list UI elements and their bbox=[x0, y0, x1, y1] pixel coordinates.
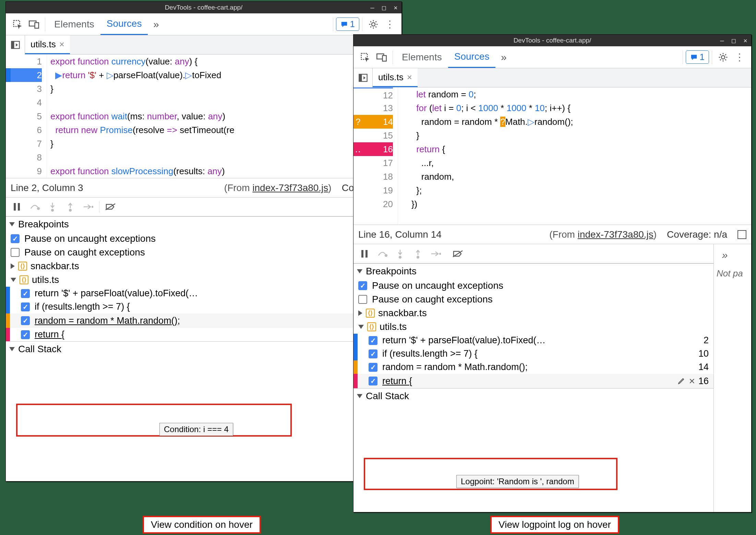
checkbox-icon[interactable]: ✓ bbox=[358, 281, 367, 290]
call-stack-panel: Call Stack bbox=[6, 341, 401, 357]
step-over-icon bbox=[373, 245, 391, 263]
device-toggle-icon[interactable] bbox=[373, 49, 390, 66]
inspect-icon[interactable] bbox=[357, 49, 373, 66]
bp-row[interactable]: ✓random = random * Math.random();14 bbox=[353, 360, 713, 374]
device-toggle-icon[interactable] bbox=[26, 16, 42, 33]
code-editor[interactable]: 1 2 3 4 5 6 7 8 9 export function curren… bbox=[6, 55, 401, 178]
close-tab-icon[interactable]: × bbox=[407, 72, 412, 83]
pause-caught-row[interactable]: Pause on caught exceptions bbox=[353, 293, 713, 306]
bp-row[interactable]: ✓if (results.length >= 7) {10 bbox=[6, 300, 401, 313]
minimize-button[interactable]: — bbox=[716, 35, 728, 46]
bp-file-utils[interactable]: ⟨⟩utils.ts bbox=[353, 320, 713, 334]
pause-caught-row[interactable]: Pause on caught exceptions bbox=[6, 246, 401, 259]
svg-rect-7 bbox=[18, 203, 20, 211]
checkbox-icon[interactable] bbox=[11, 248, 20, 257]
tab-elements[interactable]: Elements bbox=[396, 46, 448, 68]
remove-icon[interactable]: × bbox=[689, 375, 695, 387]
tab-sources[interactable]: Sources bbox=[100, 13, 148, 35]
call-stack-header[interactable]: Call Stack bbox=[353, 389, 713, 404]
step-icon bbox=[427, 245, 445, 263]
close-button[interactable]: × bbox=[740, 35, 751, 46]
inspect-icon[interactable] bbox=[9, 16, 26, 33]
checkbox-icon[interactable]: ✓ bbox=[369, 349, 377, 358]
bp-row[interactable]: ✓if (results.length >= 7) {10 bbox=[353, 347, 713, 360]
tab-sources[interactable]: Sources bbox=[448, 46, 496, 68]
checkbox-icon[interactable]: ✓ bbox=[369, 363, 377, 372]
deactivate-breakpoints-icon[interactable] bbox=[101, 198, 119, 216]
maximize-button[interactable]: □ bbox=[378, 2, 390, 13]
svg-rect-5 bbox=[11, 41, 14, 48]
editor-statusbar: Line 16, Column 14 (From index-73f73a80.… bbox=[353, 225, 751, 244]
maximize-button[interactable]: □ bbox=[728, 35, 740, 46]
call-stack-header[interactable]: Call Stack bbox=[6, 342, 401, 357]
step-out-icon bbox=[61, 198, 79, 216]
settings-icon[interactable] bbox=[715, 49, 731, 66]
pause-icon[interactable] bbox=[8, 198, 26, 216]
pause-icon[interactable] bbox=[356, 245, 373, 263]
tooltip: Condition: i === 4 bbox=[159, 423, 233, 436]
pane-overflow-icon[interactable]: » bbox=[717, 247, 733, 263]
breakpoints-header[interactable]: Breakpoints bbox=[6, 217, 401, 232]
svg-rect-6 bbox=[14, 203, 16, 211]
titlebar: DevTools - coffee-cart.app/ — □ × bbox=[353, 35, 751, 46]
kebab-menu-icon[interactable]: ⋮ bbox=[731, 49, 748, 66]
minimize-button[interactable]: — bbox=[367, 2, 378, 13]
close-tab-icon[interactable]: × bbox=[59, 39, 64, 50]
file-tabbar: utils.ts× bbox=[353, 68, 751, 87]
svg-point-8 bbox=[37, 207, 40, 210]
checkbox-icon[interactable]: ✓ bbox=[369, 377, 377, 385]
coverage-toggle-icon[interactable] bbox=[737, 230, 746, 239]
checkbox-icon[interactable]: ✓ bbox=[21, 330, 30, 339]
svg-rect-20 bbox=[365, 250, 368, 258]
devtools-window-1: DevTools - coffee-cart.app/ — □ × Elemen… bbox=[5, 1, 402, 482]
tab-elements[interactable]: Elements bbox=[48, 13, 100, 35]
cursor-position: Line 2, Column 3 bbox=[11, 182, 83, 193]
pause-uncaught-row[interactable]: ✓Pause on uncaught exceptions bbox=[6, 232, 401, 246]
call-stack-panel: Call Stack bbox=[353, 388, 713, 404]
messages-badge[interactable]: 1 bbox=[686, 50, 709, 64]
deactivate-breakpoints-icon[interactable] bbox=[449, 245, 467, 263]
bp-file-utils[interactable]: ⟨⟩utils.ts bbox=[6, 273, 401, 287]
code-area[interactable]: export function currency(value: any) { ▶… bbox=[47, 55, 235, 178]
checkbox-icon[interactable]: ✓ bbox=[369, 336, 377, 345]
file-tab-utils[interactable]: utils.ts × bbox=[25, 35, 70, 54]
bp-row[interactable]: ✓return '$' + parseFloat(value).toFixed(… bbox=[6, 287, 401, 300]
svg-point-23 bbox=[417, 256, 419, 259]
navigator-toggle-icon[interactable] bbox=[6, 35, 25, 55]
bp-file-snackbar[interactable]: ⟨⟩snackbar.ts bbox=[353, 306, 713, 320]
code-area[interactable]: let random = 0; for (let i = 0; i < 1000… bbox=[398, 87, 573, 225]
tabs-overflow-icon[interactable]: » bbox=[148, 16, 164, 33]
file-tab-utils[interactable]: utils.ts× bbox=[373, 68, 418, 87]
checkbox-icon[interactable]: ✓ bbox=[21, 316, 30, 325]
svg-point-3 bbox=[372, 23, 375, 26]
checkbox-icon[interactable]: ✓ bbox=[11, 234, 20, 243]
bp-row[interactable]: ✓return {16 bbox=[6, 328, 401, 341]
settings-icon[interactable] bbox=[365, 16, 382, 33]
navigator-toggle-icon[interactable] bbox=[353, 68, 373, 87]
checkbox-icon[interactable]: ✓ bbox=[21, 289, 30, 298]
code-editor[interactable]: 12 13 ?14 15 ‥16 17 18 19 20 let random … bbox=[353, 87, 751, 225]
svg-point-9 bbox=[51, 209, 54, 212]
svg-point-21 bbox=[385, 254, 387, 257]
close-button[interactable]: × bbox=[390, 2, 401, 13]
tabs-overflow-icon[interactable]: » bbox=[495, 49, 512, 66]
source-map-link[interactable]: index-73f73a80.js bbox=[252, 182, 328, 193]
right-pane: » Not pa bbox=[713, 244, 751, 512]
messages-badge[interactable]: 1 bbox=[336, 17, 359, 31]
svg-point-11 bbox=[92, 206, 93, 208]
kebab-menu-icon[interactable]: ⋮ bbox=[382, 16, 398, 33]
window-title: DevTools - coffee-cart.app/ bbox=[514, 37, 591, 44]
checkbox-icon[interactable]: ✓ bbox=[21, 302, 30, 311]
pause-uncaught-row[interactable]: ✓Pause on uncaught exceptions bbox=[353, 279, 713, 293]
bp-row-logpoint[interactable]: ✓return { × 16 bbox=[353, 374, 713, 388]
svg-point-16 bbox=[721, 56, 725, 59]
bp-row[interactable]: ✓return '$' + parseFloat(value).toFixed(… bbox=[353, 334, 713, 347]
breakpoints-header[interactable]: Breakpoints bbox=[353, 264, 713, 279]
bp-file-snackbar[interactable]: ⟨⟩snackbar.ts bbox=[6, 259, 401, 273]
edit-icon[interactable] bbox=[677, 377, 685, 385]
checkbox-icon[interactable] bbox=[358, 295, 367, 304]
bp-row-conditional[interactable]: ✓random = random * Math.random(); × 14 bbox=[6, 313, 401, 328]
svg-point-24 bbox=[439, 253, 441, 255]
source-map-link[interactable]: index-73f73a80.js bbox=[578, 229, 653, 240]
caption-1: View condition on hover bbox=[143, 516, 261, 534]
